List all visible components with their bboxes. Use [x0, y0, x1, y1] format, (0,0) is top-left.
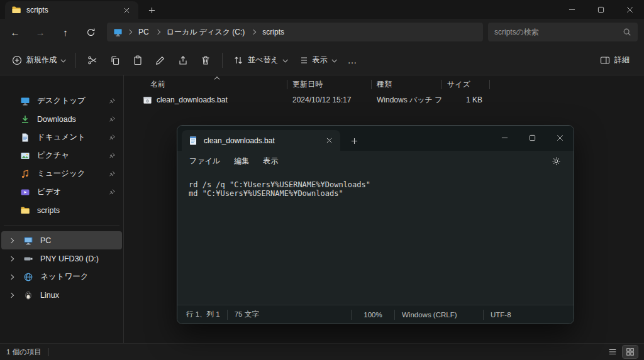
plus-circle-icon [12, 55, 22, 65]
chevron-right-icon [155, 30, 160, 35]
explorer-statusbar: 1 個の項目 [0, 343, 644, 360]
sidebar-item-desktop[interactable]: デスクトップ [1, 92, 122, 110]
notepad-tab[interactable]: clean_downloads.bat [182, 130, 340, 151]
statusbar-separator [48, 348, 48, 356]
view-icon [298, 55, 308, 65]
refresh-icon[interactable] [78, 22, 103, 42]
explorer-navbar: ← → ↑ PC ローカル ディスク (C:) scripts [0, 19, 644, 45]
chevron-right-icon [127, 30, 132, 35]
sidebar-item-label: ビデオ [37, 187, 101, 197]
menu-edit[interactable]: 編集 [227, 152, 256, 170]
sidebar-item-videos[interactable]: ビデオ [1, 183, 122, 201]
breadcrumb[interactable]: PC ローカル ディスク (C:) scripts [107, 23, 483, 41]
chevron-down-icon [331, 57, 336, 62]
column-header-size[interactable]: サイズ [442, 76, 490, 93]
sort-button[interactable]: 並べ替え [228, 50, 292, 70]
column-header-modified[interactable]: 更新日時 [287, 76, 372, 93]
explorer-toolbar: 新規作成 並べ替え [0, 45, 644, 75]
sidebar-item-label: ネットワーク [40, 271, 116, 282]
thumbnails-view-icon[interactable] [623, 346, 638, 358]
breadcrumb-item-pc[interactable]: PC [136, 26, 151, 38]
back-icon[interactable]: ← [3, 22, 28, 42]
sidebar-item-linux[interactable]: Linux [1, 286, 122, 304]
search-box[interactable] [488, 23, 638, 41]
notepad-window[interactable]: clean_downloads.bat ファイル 編集 表示 rd [177, 125, 574, 324]
chevron-right-icon[interactable] [6, 293, 16, 297]
maximize-icon[interactable] [586, 0, 615, 19]
sidebar-item-label: ドキュメント [37, 132, 101, 143]
details-view-icon[interactable] [605, 346, 620, 358]
folder-icon [11, 5, 21, 15]
zoom-level[interactable]: 100% [358, 311, 387, 319]
sidebar-item-label: scripts [37, 206, 116, 215]
usb-drive-icon [23, 254, 33, 264]
close-icon[interactable] [546, 126, 574, 150]
folder-icon [20, 205, 30, 215]
delete-icon[interactable] [194, 50, 217, 70]
sidebar-item-pictures[interactable]: ピクチャ [1, 146, 122, 165]
sidebar-item-network[interactable]: ネットワーク [1, 268, 122, 286]
menu-file[interactable]: ファイル [182, 152, 227, 170]
forward-icon[interactable]: → [28, 22, 53, 42]
view-button[interactable]: 表示 [292, 50, 341, 70]
search-input[interactable] [494, 28, 623, 36]
details-button-label: 詳細 [614, 55, 630, 65]
sidebar-item-usb-drive[interactable]: PNY UFD30 (D:) [1, 249, 122, 268]
notepad-icon [188, 136, 198, 146]
menu-view[interactable]: 表示 [256, 152, 285, 170]
up-icon[interactable]: ↑ [53, 22, 78, 42]
column-divider[interactable] [489, 80, 490, 89]
line-ending[interactable]: Windows (CRLF) [402, 311, 476, 319]
paste-icon[interactable] [126, 50, 149, 70]
pictures-icon [20, 151, 30, 161]
new-button[interactable]: 新規作成 [6, 50, 70, 70]
file-type: Windows バッチ ファ... [372, 95, 442, 106]
tab-close-icon[interactable] [119, 3, 133, 17]
more-options-button[interactable]: … [341, 52, 364, 68]
encoding[interactable]: UTF-8 [491, 311, 565, 319]
new-tab-icon[interactable] [348, 134, 360, 147]
search-icon[interactable] [623, 28, 631, 36]
new-tab-icon[interactable] [145, 3, 158, 17]
sidebar-item-label: ミュージック [37, 168, 101, 179]
notepad-editor[interactable]: rd /s /q "C:¥Users¥%USERNAME%¥Downloads"… [177, 171, 574, 305]
items-count: 1 個の項目 [6, 347, 42, 357]
sidebar-item-pc[interactable]: PC [1, 231, 122, 249]
chevron-right-icon[interactable] [6, 275, 16, 279]
minimize-icon[interactable] [557, 0, 586, 19]
chevron-right-icon[interactable] [6, 257, 16, 261]
close-icon[interactable] [615, 0, 644, 19]
notepad-titlebar[interactable]: clean_downloads.bat [177, 126, 574, 151]
column-header-type[interactable]: 種類 [372, 76, 442, 93]
sidebar-item-scripts[interactable]: scripts [1, 201, 122, 219]
tab-close-icon[interactable] [323, 134, 335, 147]
gear-icon[interactable] [547, 153, 565, 169]
rename-icon[interactable] [149, 50, 172, 70]
minimize-icon[interactable] [491, 126, 518, 150]
sidebar-item-music[interactable]: ミュージック [1, 165, 122, 183]
copy-icon[interactable] [104, 50, 126, 70]
sidebar-item-downloads[interactable]: Downloads [1, 110, 122, 128]
cursor-position: 行 1、列 1 [186, 310, 220, 319]
statusbar-separator [351, 310, 352, 320]
char-count: 75 文字 [235, 310, 259, 319]
column-headers: 名前 更新日時 種類 サイズ [124, 76, 644, 93]
details-button[interactable]: 詳細 [594, 50, 635, 70]
file-modified: 2024/10/12 15:17 [287, 95, 372, 104]
sidebar-item-label: デスクトップ [37, 95, 101, 106]
maximize-icon[interactable] [518, 126, 546, 150]
file-name: clean_downloads.bat [157, 95, 228, 104]
column-header-name[interactable]: 名前 [124, 76, 287, 93]
sidebar-item-label: Downloads [37, 115, 101, 124]
breadcrumb-item-drive[interactable]: ローカル ディスク (C:) [165, 26, 247, 39]
sidebar-item-label: PC [40, 236, 116, 245]
cut-icon[interactable] [81, 50, 104, 70]
downloads-icon [20, 114, 30, 124]
explorer-tab-scripts[interactable]: scripts [5, 1, 138, 19]
chevron-right-icon[interactable] [6, 239, 16, 243]
sidebar-item-label: ピクチャ [37, 150, 101, 161]
breadcrumb-item-scripts[interactable]: scripts [260, 26, 286, 38]
sidebar-item-documents[interactable]: ドキュメント [1, 128, 122, 146]
share-icon[interactable] [172, 50, 194, 70]
file-row[interactable]: clean_downloads.bat 2024/10/12 15:17 Win… [124, 93, 644, 107]
